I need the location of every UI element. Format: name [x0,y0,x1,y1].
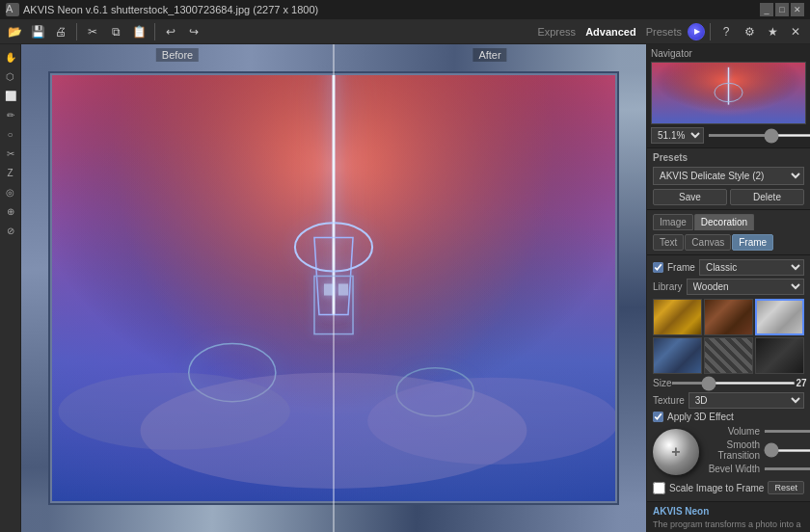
subtab-canvas[interactable]: Canvas [685,234,731,251]
frame-thumb-5[interactable] [704,337,753,374]
bevel-label: Bevel Width [707,464,760,474]
separator [76,23,77,40]
left-toolbar: ✋ ⬡ ⬜ ✏ ○ ✂ Z ◎ ⊕ ⊘ [0,44,21,532]
before-label: Before [156,48,199,62]
frame-checkbox[interactable] [653,262,663,273]
apply3d-label: Apply 3D Effect [667,412,734,422]
tool-remove[interactable]: ⊘ [2,222,19,239]
navigator-section: Navigator 51.1%25%75%100% [647,44,810,148]
paste-button[interactable]: 📋 [128,21,149,42]
copy-button[interactable]: ⧉ [105,21,126,42]
akvis-title: AKVIS Neon [653,506,804,517]
before-after-divider [333,44,335,532]
library-row: Library WoodenMetalStoneOrnate [653,279,804,295]
frame-section: Frame ClassicModernVintage Library Woode… [647,255,810,502]
presets-select[interactable]: AKVIS Delicate Style (2) AKVIS Delicate … [653,167,804,185]
akvis-info: AKVIS Neon The program transforms a phot… [647,502,810,532]
subtab-text[interactable]: Text [653,234,684,251]
tool-zoom[interactable]: Z [2,164,19,181]
window-controls[interactable]: _ □ ✕ [760,3,804,16]
right-panel: Navigator 51.1%25%75%100% [646,44,810,532]
main-area: ✋ ⬡ ⬜ ✏ ○ ✂ Z ◎ ⊕ ⊘ Before After [0,44,810,532]
toolbar: 📂 💾 🖨 ✂ ⧉ 📋 ↩ ↪ Express Advanced Presets… [0,19,810,44]
akvis-description: The program transforms a photo into a dr… [653,519,804,532]
tab-image[interactable]: Image [653,214,693,230]
app-icon: A [6,3,19,16]
tool-add[interactable]: ⊕ [2,202,19,220]
frame-thumb-1[interactable] [653,299,702,335]
smooth-row: Smooth Transition 0 [707,439,810,461]
frame-thumb-3[interactable] [755,299,804,335]
window-title: AKVIS Neon v.6.1 shutterstock_1300723684… [23,4,318,15]
size-label: Size [653,378,671,388]
presets-title: Presets [653,152,804,163]
bevel-slider[interactable] [764,467,810,470]
minimize-button[interactable]: _ [760,3,773,16]
decoration-tabs: Text Canvas Frame [653,234,804,251]
zoom-slider[interactable] [708,134,810,137]
volume-label: Volume [707,426,760,437]
smooth-slider[interactable] [764,449,810,452]
tab-presets[interactable]: Presets [642,25,686,39]
texture-label: Texture [653,395,685,406]
frame-thumb-6[interactable] [755,337,804,374]
size-slider[interactable] [671,382,796,385]
zoom-select[interactable]: 51.1%25%75%100% [651,127,704,144]
run-button[interactable] [688,23,705,40]
navigator-thumbnail [651,62,806,124]
canvas-image[interactable] [21,44,646,532]
tool-pencil[interactable]: ✏ [2,106,19,123]
print-button[interactable]: 🖨 [50,21,71,42]
undo-button[interactable]: ↩ [160,21,181,42]
tab-express[interactable]: Express [533,25,580,39]
tab-advanced[interactable]: Advanced [581,25,640,39]
frame-enable-row: Frame ClassicModernVintage [653,259,804,276]
frame-style-select[interactable]: ClassicModernVintage [699,259,804,276]
frame-thumbnail-grid [653,299,804,374]
canvas-area: Before After [21,44,646,532]
tool-hand[interactable]: ✋ [2,48,19,66]
size-value: 27 [796,378,806,388]
texture-select[interactable]: 3DFlatEmboss [688,392,804,409]
tool-rect[interactable]: ⬜ [2,87,19,104]
reset-button[interactable]: Reset [768,481,804,494]
tool-polygon[interactable]: ⬡ [2,67,19,85]
subtab-frame[interactable]: Frame [732,234,773,251]
navigator-title: Navigator [651,48,806,59]
save-button[interactable]: 💾 [27,21,48,42]
cut-button[interactable]: ✂ [82,21,103,42]
scale-row: Scale Image to Frame Reset [653,481,804,494]
ball-area: Volume 50 Smooth Transition 0 Bevel Widt… [653,426,804,477]
settings-button[interactable]: ⚙ [739,21,760,42]
apply3d-row: Apply 3D Effect [653,412,804,422]
tool-target[interactable]: ◎ [2,183,19,200]
save-preset-button[interactable]: Save [653,189,727,205]
panel-tabs: Image Decoration [653,214,804,230]
tool-crop[interactable]: ✂ [2,145,19,162]
redo-button[interactable]: ↪ [183,21,204,42]
help-button[interactable]: ? [716,21,737,42]
tool-circle[interactable]: ○ [2,125,19,143]
preset-buttons: Save Delete [653,189,804,205]
library-label: Library [653,281,683,292]
ball-sliders: Volume 50 Smooth Transition 0 Bevel Widt… [707,426,810,477]
frame-label: Frame [667,262,695,273]
apply3d-checkbox[interactable] [653,412,663,422]
tab-decoration[interactable]: Decoration [694,214,754,230]
navigator-zoom: 51.1%25%75%100% [651,127,806,144]
maximize-button[interactable]: □ [775,3,789,16]
library-select[interactable]: WoodenMetalStoneOrnate [687,279,804,295]
lighting-ball[interactable] [653,429,699,475]
close-button[interactable]: ✕ [791,3,804,16]
frame-thumb-2[interactable] [704,299,753,335]
delete-preset-button[interactable]: Delete [730,189,804,205]
close-panel-button[interactable]: ✕ [785,21,806,42]
scale-checkbox[interactable] [653,482,665,494]
after-label: After [472,48,506,62]
favorites-button[interactable]: ★ [762,21,783,42]
volume-slider[interactable] [764,430,810,433]
open-button[interactable]: 📂 [4,21,25,42]
frame-thumb-4[interactable] [653,337,702,374]
presets-section: Presets AKVIS Delicate Style (2) AKVIS D… [647,148,810,210]
separator [710,23,711,40]
